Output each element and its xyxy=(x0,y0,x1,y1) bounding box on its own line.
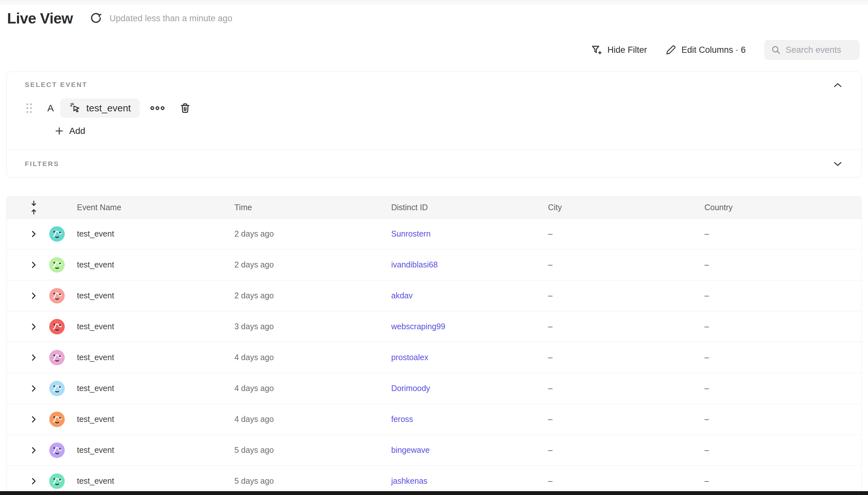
country-cell: – xyxy=(704,383,861,393)
table-row: test_event 2 days ago ivandiblasi68 – – xyxy=(7,250,861,280)
expand-row-icon[interactable] xyxy=(29,383,38,393)
event-name-cell: test_event xyxy=(77,383,234,393)
table-row: test_event 4 days ago feross – – xyxy=(7,404,861,435)
country-cell: – xyxy=(704,322,861,331)
toolbar: Hide Filter Edit Columns · 6 xyxy=(591,40,860,60)
drag-handle-icon[interactable] xyxy=(25,102,33,115)
hide-filter-label: Hide Filter xyxy=(607,45,647,55)
user-avatar xyxy=(49,474,77,489)
city-cell: – xyxy=(548,383,704,393)
distinct-id-link[interactable]: jashkenas xyxy=(391,476,428,485)
event-position-letter: A xyxy=(47,103,54,114)
user-avatar xyxy=(49,350,77,365)
events-table: Event Name Time Distinct ID City Country xyxy=(6,196,862,495)
user-avatar xyxy=(49,381,77,396)
city-cell: – xyxy=(548,445,704,455)
event-chip-label: test_event xyxy=(86,103,131,114)
plus-icon xyxy=(54,126,64,136)
query-builder-card: SELECT EVENT A xyxy=(6,71,862,178)
table-row: test_event 5 days ago bingewave – – xyxy=(7,435,861,466)
city-cell: – xyxy=(548,414,704,424)
event-name-cell: test_event xyxy=(77,229,234,238)
table-row: test_event 5 days ago jashkenas – – xyxy=(7,466,861,495)
column-header-time: Time xyxy=(234,203,391,212)
time-cell: 5 days ago xyxy=(234,445,391,455)
search-box xyxy=(764,40,860,60)
add-label: Add xyxy=(69,126,85,136)
filters-label: FILTERS xyxy=(25,160,59,168)
city-cell: – xyxy=(548,229,704,238)
event-name-cell: test_event xyxy=(77,445,234,455)
city-cell: – xyxy=(548,260,704,269)
user-avatar xyxy=(49,257,77,273)
city-cell: – xyxy=(548,353,704,362)
updated-status: Updated less than a minute ago xyxy=(109,14,232,23)
table-body: test_event 2 days ago Sunrostern – – xyxy=(7,219,861,495)
distinct-id-link[interactable]: feross xyxy=(391,414,413,424)
search-input[interactable] xyxy=(786,45,853,55)
pencil-icon xyxy=(665,45,677,55)
expand-row-icon[interactable] xyxy=(29,229,38,239)
expand-row-icon[interactable] xyxy=(29,476,38,486)
filter-plus-icon xyxy=(591,44,602,56)
distinct-id-link[interactable]: bingewave xyxy=(391,445,430,455)
edit-columns-label: Edit Columns · 6 xyxy=(681,45,746,55)
more-options-icon[interactable] xyxy=(150,105,165,112)
event-name-cell: test_event xyxy=(77,476,234,486)
event-name-cell: test_event xyxy=(77,353,234,362)
page-title: Live View xyxy=(7,10,73,27)
event-name-cell: test_event xyxy=(77,414,234,424)
time-cell: 2 days ago xyxy=(234,229,391,238)
table-row: test_event 4 days ago prostoalex – – xyxy=(7,342,861,373)
table-row: test_event 3 days ago webscraping99 – – xyxy=(7,311,861,342)
distinct-id-link[interactable]: prostoalex xyxy=(391,353,428,362)
event-name-cell: test_event xyxy=(77,260,234,269)
trash-icon[interactable] xyxy=(179,102,191,114)
distinct-id-link[interactable]: akdav xyxy=(391,291,413,300)
chevron-up-icon[interactable] xyxy=(833,82,843,88)
country-cell: – xyxy=(704,445,861,455)
refresh-icon[interactable] xyxy=(89,12,102,25)
event-selector-chip[interactable]: test_event xyxy=(60,99,140,118)
select-event-label: SELECT EVENT xyxy=(25,81,843,88)
table-row: test_event 2 days ago Sunrostern – – xyxy=(7,219,861,250)
chevron-down-icon[interactable] xyxy=(833,160,843,167)
edit-columns-button[interactable]: Edit Columns · 6 xyxy=(665,45,746,55)
user-avatar xyxy=(49,412,77,427)
city-cell: – xyxy=(548,476,704,486)
country-cell: – xyxy=(704,291,861,300)
user-avatar xyxy=(49,226,77,242)
country-cell: – xyxy=(704,260,861,269)
event-name-cell: test_event xyxy=(77,322,234,331)
time-cell: 4 days ago xyxy=(234,353,391,362)
expand-row-icon[interactable] xyxy=(29,445,38,455)
hide-filter-button[interactable]: Hide Filter xyxy=(591,44,647,56)
time-cell: 5 days ago xyxy=(234,476,391,486)
add-event-button[interactable]: Add xyxy=(54,126,85,136)
time-cell: 2 days ago xyxy=(234,260,391,269)
expand-row-icon[interactable] xyxy=(29,414,38,424)
distinct-id-link[interactable]: Dorimoody xyxy=(391,383,430,393)
search-icon xyxy=(771,45,781,55)
event-row: A test_event xyxy=(25,99,843,118)
column-header-country: Country xyxy=(704,203,861,212)
expand-row-icon[interactable] xyxy=(29,353,38,362)
collapse-all-icon[interactable] xyxy=(29,200,38,215)
country-cell: – xyxy=(704,414,861,424)
city-cell: – xyxy=(548,322,704,331)
filters-section[interactable]: FILTERS xyxy=(7,149,861,178)
column-header-distinct-id: Distinct ID xyxy=(391,203,548,212)
time-cell: 4 days ago xyxy=(234,383,391,393)
cursor-click-icon xyxy=(69,102,82,114)
expand-row-icon[interactable] xyxy=(29,322,38,331)
distinct-id-link[interactable]: ivandiblasi68 xyxy=(391,260,438,269)
user-avatar xyxy=(49,288,77,304)
distinct-id-link[interactable]: Sunrostern xyxy=(391,229,430,238)
expand-row-icon[interactable] xyxy=(29,291,38,301)
distinct-id-link[interactable]: webscraping99 xyxy=(391,322,445,331)
bottom-edge-bar xyxy=(0,491,868,495)
city-cell: – xyxy=(548,291,704,300)
expand-row-icon[interactable] xyxy=(29,260,38,270)
column-header-event-name: Event Name xyxy=(77,203,234,212)
time-cell: 2 days ago xyxy=(234,291,391,300)
